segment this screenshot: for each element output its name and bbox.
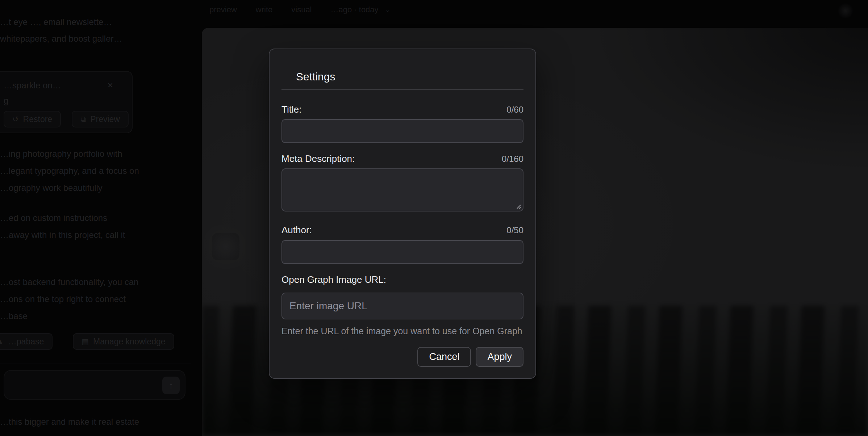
author-label: Author: [281,224,312,236]
title-counter: 0/60 [506,105,523,115]
field-meta-description: Meta Description: 0/160 [281,152,523,211]
meta-description-textarea[interactable] [281,168,523,211]
app-window: preview write visual …ago · today ⌄ …t e… [0,0,868,436]
meta-description-counter: 0/160 [502,154,523,164]
dialog-title: Settings [296,70,523,83]
cancel-button[interactable]: Cancel [417,347,471,367]
field-og-image-url: Open Graph Image URL: Enter the URL of t… [281,273,523,336]
dialog-header: Settings [281,49,523,90]
title-input[interactable] [281,119,523,143]
og-image-url-helper: Enter the URL of the image you want to u… [281,326,523,336]
author-input[interactable] [281,240,523,264]
author-counter: 0/50 [506,225,523,235]
apply-button[interactable]: Apply [476,347,523,367]
dialog-actions: Cancel Apply [281,347,523,367]
og-image-url-input[interactable] [281,293,523,319]
settings-dialog: Settings Title: 0/60 Meta Description: 0… [269,49,536,379]
og-image-url-label: Open Graph Image URL: [281,273,386,286]
field-author: Author: 0/50 [281,224,523,264]
field-title: Title: 0/60 [281,103,523,143]
meta-description-label: Meta Description: [281,152,355,165]
title-label: Title: [281,103,301,116]
